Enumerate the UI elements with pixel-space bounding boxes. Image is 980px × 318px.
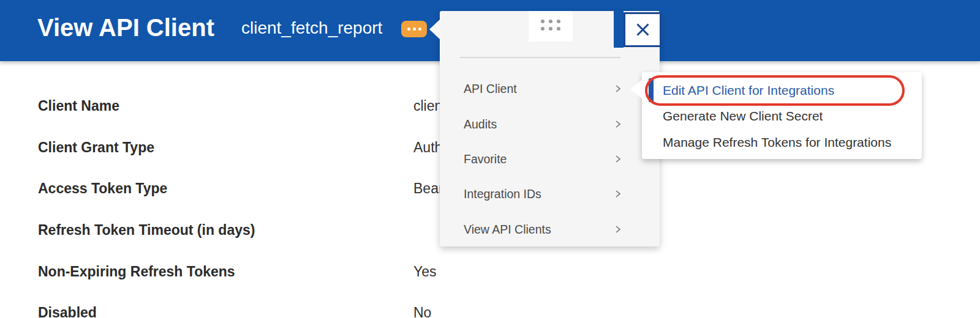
submenu-item-manage-refresh-tokens[interactable]: Manage Refresh Tokens for Integrations bbox=[663, 133, 891, 152]
field-label-disabled: Disabled bbox=[38, 303, 97, 318]
chevron-right-icon bbox=[614, 84, 622, 93]
annotation-highlight bbox=[645, 75, 905, 106]
field-label-client-name: Client Name bbox=[38, 97, 119, 115]
field-label-refresh-token-timeout: Refresh Token Timeout (in days) bbox=[38, 221, 255, 239]
chevron-right-icon bbox=[614, 190, 622, 198]
drag-handle[interactable] bbox=[529, 11, 573, 42]
submenu-item-generate-new-client-secret[interactable]: Generate New Client Secret bbox=[663, 106, 823, 126]
page-subtitle: client_fetch_report bbox=[241, 18, 382, 38]
field-label-access-token-type: Access Token Type bbox=[38, 179, 167, 198]
related-actions-button[interactable] bbox=[401, 21, 427, 37]
ellipsis-icon bbox=[418, 28, 421, 31]
menu-item-api-client[interactable]: API Client bbox=[464, 78, 611, 99]
chevron-right-icon bbox=[614, 155, 622, 163]
chevron-right-icon bbox=[614, 225, 622, 234]
close-button[interactable] bbox=[624, 12, 662, 47]
popup-beak bbox=[429, 19, 440, 40]
ellipsis-icon bbox=[407, 28, 410, 31]
menu-divider bbox=[460, 57, 620, 58]
submenu: Edit API Client for Integrations Generat… bbox=[642, 72, 922, 159]
page-title: View API Client bbox=[37, 14, 214, 42]
drag-handle-icon bbox=[541, 20, 560, 31]
page: View API Client client_fetch_report Clie… bbox=[0, 0, 980, 318]
close-icon bbox=[636, 23, 650, 37]
header-gap bbox=[614, 11, 624, 48]
menu-item-favorite[interactable]: Favorite bbox=[464, 149, 611, 169]
menu-item-view-api-clients[interactable]: View API Clients bbox=[464, 219, 611, 240]
menu-item-integration-ids[interactable]: Integration IDs bbox=[464, 183, 611, 204]
ellipsis-icon bbox=[413, 28, 416, 31]
field-value-disabled: No bbox=[413, 303, 431, 318]
related-actions-menu: API Client Audits Favorite Integration I… bbox=[440, 11, 660, 246]
field-label-non-expiring-refresh-tokens: Non-Expiring Refresh Tokens bbox=[38, 262, 235, 281]
chevron-right-icon bbox=[614, 120, 622, 128]
field-value-non-expiring-refresh-tokens: Yes bbox=[413, 262, 437, 281]
menu-item-audits[interactable]: Audits bbox=[464, 114, 611, 135]
submenu-beak bbox=[630, 80, 643, 99]
field-label-client-grant-type: Client Grant Type bbox=[38, 138, 154, 157]
